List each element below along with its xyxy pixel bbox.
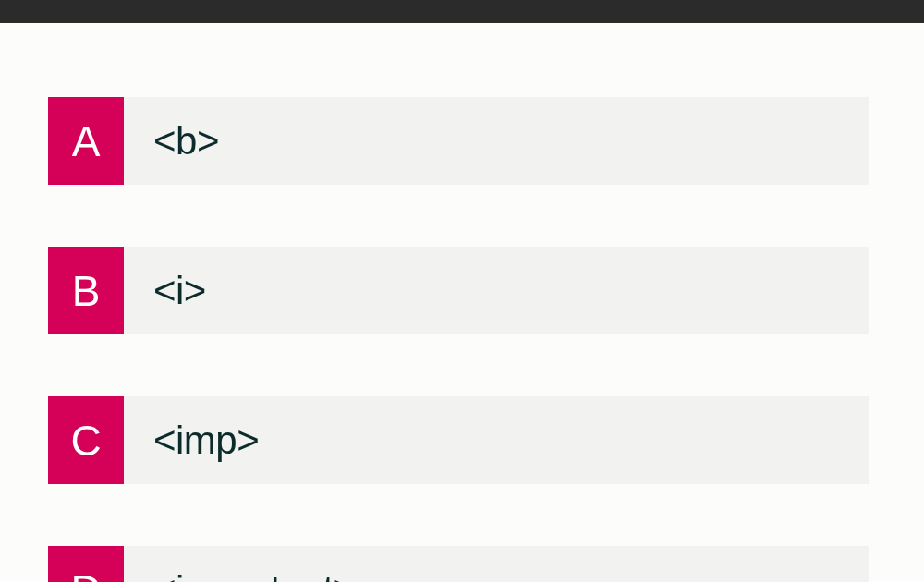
answer-options: A <b> B <i> C <imp> D <important> — [0, 23, 924, 582]
option-text-c: <imp> — [124, 396, 869, 484]
option-letter-c: C — [48, 396, 124, 484]
option-letter-a: A — [48, 97, 124, 185]
option-text-a: <b> — [124, 97, 869, 185]
option-a[interactable]: A <b> — [48, 97, 869, 185]
option-text-b: <i> — [124, 247, 869, 334]
option-b[interactable]: B <i> — [48, 247, 869, 334]
top-bar — [0, 0, 924, 23]
option-c[interactable]: C <imp> — [48, 396, 869, 484]
option-text-d: <important> — [124, 546, 869, 582]
option-d[interactable]: D <important> — [48, 546, 869, 582]
option-letter-d: D — [48, 546, 124, 582]
option-letter-b: B — [48, 247, 124, 334]
